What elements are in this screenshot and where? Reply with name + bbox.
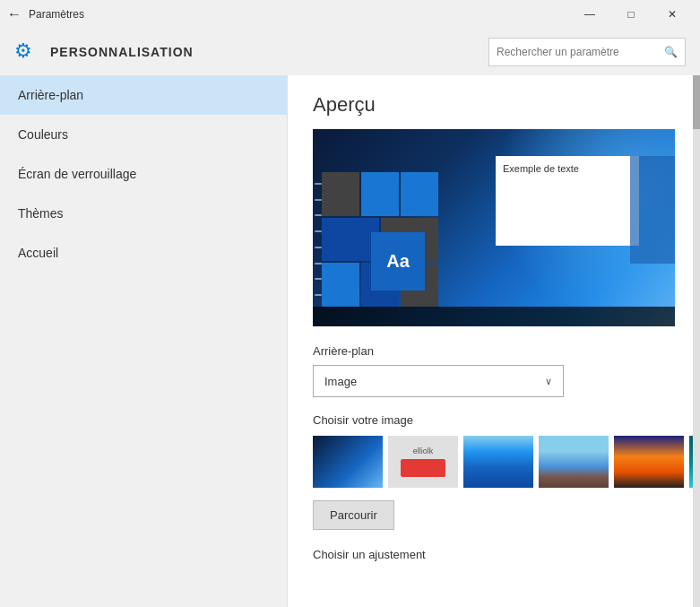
sidebar: Arrière-plan Couleurs Écran de verrouill… [0, 75, 287, 607]
sidebar-item-couleurs[interactable]: Couleurs [0, 115, 287, 154]
sidebar-label-themes: Thèmes [18, 206, 64, 221]
maximize-button[interactable]: □ [610, 0, 652, 29]
window-controls: — □ ✕ [569, 0, 693, 29]
search-icon: 🔍 [664, 46, 678, 58]
app-title: PERSONNALISATION [50, 45, 488, 59]
thumb2-text: elliolk [413, 447, 434, 455]
line-3 [315, 214, 322, 216]
content-panel: Aperçu [287, 75, 700, 607]
line-6 [315, 263, 322, 264]
sidebar-label-accueil: Accueil [18, 246, 58, 260]
tile-2 [361, 172, 399, 216]
sidebar-label-couleurs: Couleurs [18, 127, 68, 142]
main-area: Arrière-plan Couleurs Écran de verrouill… [0, 75, 700, 607]
tile-6 [322, 263, 359, 307]
thumbnail-2[interactable]: elliolk [388, 436, 458, 488]
sidebar-item-ecran-verrouillage[interactable]: Écran de verrouillage [0, 154, 287, 194]
line-5 [315, 247, 322, 248]
tile-row-1 [322, 172, 438, 216]
thumbnail-4[interactable] [539, 436, 609, 488]
scrollbar-track[interactable] [693, 75, 700, 607]
back-button[interactable]: ← [7, 6, 22, 22]
sidebar-item-arriere-plan[interactable]: Arrière-plan [0, 75, 287, 115]
thumbnail-3[interactable] [463, 436, 533, 488]
titlebar: ← Paramètres — □ ✕ [0, 0, 700, 29]
line-1 [315, 183, 322, 185]
aa-text: Aa [386, 251, 410, 272]
settings-icon: ⚙ [14, 39, 39, 65]
chooser-label: Choisir votre image [313, 413, 675, 427]
window-title: Paramètres [29, 8, 569, 21]
sidebar-label-ecran-verrouillage: Écran de verrouillage [18, 167, 136, 181]
preview-window-right [630, 156, 675, 264]
line-8 [315, 294, 322, 296]
app-header: ⚙ PERSONNALISATION 🔍 [0, 29, 700, 75]
preview-aa-tile: Aa [371, 232, 425, 290]
page-title: Aperçu [313, 93, 675, 117]
background-dropdown[interactable]: Image ∨ [313, 365, 564, 397]
line-4 [315, 230, 322, 232]
preview-area: Aa Exemple de texte [313, 129, 675, 326]
preview-textbox: Exemple de texte [496, 156, 639, 246]
adjustment-label: Choisir un ajustement [313, 548, 675, 561]
scrollbar-thumb[interactable] [693, 75, 700, 129]
browse-button[interactable]: Parcourir [313, 500, 394, 530]
sidebar-label-arriere-plan: Arrière-plan [18, 88, 83, 102]
tile-1 [322, 172, 359, 216]
desktop-preview: Aa Exemple de texte [313, 129, 675, 326]
image-grid: elliolk [313, 436, 675, 488]
sidebar-item-themes[interactable]: Thèmes [0, 194, 287, 233]
dropdown-value: Image [324, 375, 357, 388]
chevron-down-icon: ∨ [545, 376, 552, 387]
close-button[interactable]: ✕ [652, 0, 693, 29]
preview-taskbar [313, 307, 675, 326]
search-box[interactable]: 🔍 [488, 38, 686, 66]
minimize-button[interactable]: — [569, 0, 610, 29]
thumbnail-1[interactable] [313, 436, 383, 488]
tile-3 [401, 172, 438, 216]
background-label: Arrière-plan [313, 344, 675, 358]
search-input[interactable] [497, 46, 664, 58]
line-2 [315, 199, 322, 201]
sidebar-item-accueil[interactable]: Accueil [0, 233, 287, 273]
example-text: Exemple de texte [503, 163, 579, 174]
thumbnail-5[interactable] [614, 436, 684, 488]
line-7 [315, 278, 322, 280]
